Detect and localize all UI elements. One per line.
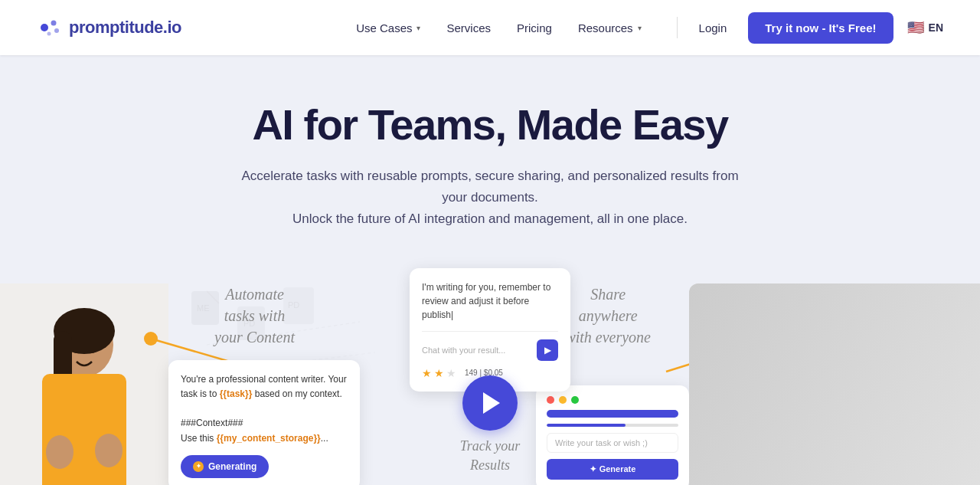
generate-btn-label: Generate (599, 464, 636, 474)
window-max-dot (571, 396, 579, 404)
woman-silhouette (0, 283, 168, 485)
window-close-dot (547, 396, 554, 404)
nav-resources-label: Resources (578, 21, 633, 34)
prompt-highlight-2: {{my_content_storage}} (217, 433, 321, 444)
logo[interactable]: promptitude.io (37, 14, 181, 41)
nav-item-services[interactable]: Services (436, 15, 501, 41)
nav-services-label: Services (446, 21, 491, 34)
nav-item-resources[interactable]: Resources ▾ (567, 15, 652, 41)
play-icon (483, 392, 500, 414)
prompt-highlight-1: {{task}} (220, 388, 253, 399)
hero-subtitle-line2: Unlock the future of AI integration and … (292, 211, 688, 226)
chat-card-text: I'm writing for you, remember to review … (422, 280, 558, 322)
generate-input[interactable]: Write your task or wish ;) (547, 433, 678, 453)
prompt-text-4: Use this (181, 433, 217, 444)
generate-progress-bar (547, 424, 678, 427)
generate-bar (547, 410, 678, 418)
hero-subtitle: Accelerate tasks with reusable prompts, … (230, 165, 750, 230)
svg-point-3 (47, 32, 51, 36)
svg-point-0 (41, 24, 48, 31)
annotation-right-text: Shareanywherewith everyone (565, 286, 651, 346)
logo-icon (37, 14, 64, 41)
svg-rect-8 (42, 374, 126, 485)
hero-subtitle-line1: Accelerate tasks with reusable prompts, … (241, 169, 738, 205)
nav-item-pricing[interactable]: Pricing (506, 15, 563, 41)
annotation-right: Shareanywherewith everyone (565, 283, 651, 348)
window-min-dot (559, 396, 567, 404)
nav-resources-chevron-icon: ▾ (638, 24, 642, 32)
annotation-center-text: Track yourResults (460, 438, 521, 473)
chat-input-placeholder[interactable]: Chat with your result... (422, 346, 531, 355)
login-label: Login (699, 21, 727, 34)
chat-send-button[interactable]: ▶ (537, 339, 558, 361)
generate-btn-icon: ✦ (590, 464, 596, 474)
generate-progress-fill (547, 424, 626, 427)
annotation-center: Track yourResults (460, 437, 521, 475)
prompt-card-text: You're a professional content writer. Yo… (181, 372, 348, 446)
chat-card[interactable]: I'm writing for you, remember to review … (410, 268, 570, 392)
generate-card[interactable]: Write your task or wish ;) ✦ Generate (536, 385, 689, 485)
generating-button[interactable]: ✦ Generating (181, 455, 269, 478)
window-controls (547, 396, 678, 404)
flag-icon: 🇺🇸 (907, 19, 924, 36)
lang-text: EN (929, 21, 943, 34)
prompt-card[interactable]: You're a professional content writer. Yo… (168, 360, 360, 485)
star-3: ★ (446, 367, 456, 379)
logo-text: promptitude.io (69, 18, 181, 38)
people-right-image: ★★ (689, 283, 980, 485)
prompt-text-5: ... (321, 433, 328, 444)
prompt-text-2: based on my context. (252, 388, 341, 399)
prompt-text-3: ###Context### (181, 418, 243, 428)
svg-point-10 (95, 434, 122, 467)
annotation-left: Automatetasks withyour Content (214, 283, 295, 348)
chat-input-row: Chat with your result... ▶ (422, 331, 558, 361)
send-icon: ▶ (544, 345, 551, 356)
annotation-left-text: Automatetasks withyour Content (214, 286, 295, 346)
nav-divider (677, 17, 678, 38)
star-2: ★ (434, 367, 444, 379)
play-button[interactable] (462, 375, 518, 431)
nav-use-cases-label: Use Cases (356, 21, 412, 34)
generating-icon: ✦ (193, 461, 204, 472)
hero-section: AI for Teams, Made Easy Accelerate tasks… (0, 55, 980, 485)
cta-label: Try it now - It's Free! (765, 21, 876, 34)
nav-pricing-label: Pricing (517, 21, 552, 34)
star-1: ★ (422, 367, 432, 379)
svg-point-9 (46, 435, 74, 469)
navbar: promptitude.io Use Cases ▾ Services Pric… (0, 0, 980, 55)
generating-label: Generating (208, 461, 256, 472)
svg-point-2 (54, 28, 59, 33)
nav-links: Use Cases ▾ Services Pricing Resources ▾ (345, 15, 652, 41)
generate-button[interactable]: ✦ Generate (547, 459, 678, 480)
nav-item-use-cases[interactable]: Use Cases ▾ (345, 15, 431, 41)
svg-text:ME: ME (197, 303, 210, 313)
svg-point-1 (51, 21, 57, 26)
language-selector[interactable]: 🇺🇸 EN (907, 19, 943, 36)
hero-title: AI for Teams, Made Easy (252, 101, 727, 149)
cta-button[interactable]: Try it now - It's Free! (748, 12, 893, 44)
nav-use-cases-chevron-icon: ▾ (416, 24, 420, 32)
people-bw-bg (689, 283, 980, 485)
hero-visual: ME PD PD Automatetasks withyour Content … (0, 268, 980, 485)
login-button[interactable]: Login (687, 15, 740, 41)
person-left-image (0, 283, 168, 485)
